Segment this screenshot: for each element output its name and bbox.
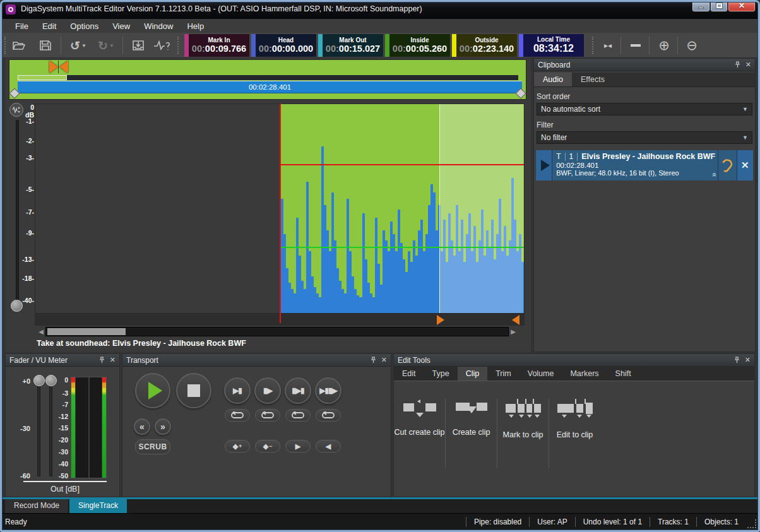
overview-mark-in-icon[interactable] [49,61,58,73]
selection-highlight[interactable] [439,104,523,314]
time-display-inside[interactable]: Inside00:00:05.260 [385,34,450,57]
menu-file[interactable]: File [9,20,35,32]
status-segment-0: Pipe: disabled [466,517,529,527]
pin-icon[interactable] [370,357,376,364]
toolbar-grip[interactable] [592,37,595,54]
edit-tools-tab-markers[interactable]: Markers [562,367,607,381]
menu-view[interactable]: View [106,20,136,32]
next-marker-button[interactable]: ▶ [285,440,311,452]
prev-marker-button[interactable]: ◀ [316,440,341,452]
save-button[interactable] [37,35,54,56]
loop-4-button[interactable] [316,409,341,422]
undo-dropdown-icon[interactable]: ▼ [81,43,86,49]
toolbar-grip[interactable] [4,37,7,54]
mark-to-clip-button[interactable]: Mark to clip [497,399,549,468]
close-panel-icon[interactable]: ✕ [745,356,751,364]
import-take-button[interactable] [129,35,148,56]
play-button[interactable] [135,373,170,408]
overview-range-track[interactable] [18,75,518,80]
create-clip-button[interactable]: Create clip [446,399,497,468]
horizontal-scrollbar[interactable]: ◀ ▶ [37,327,518,336]
entry-play-button[interactable] [536,150,552,180]
overview-visible-range[interactable] [18,75,67,80]
fit-selection-button[interactable]: ▸◂ [598,35,617,56]
minimize-button[interactable] [692,0,710,12]
play-to-mark-button[interactable]: ▶▮ [224,377,251,404]
edit-tools-tab-type[interactable]: Type [424,367,458,381]
pin-icon[interactable] [98,357,105,364]
mark-out-triangle-icon[interactable] [512,315,520,325]
overview-mark-out-icon[interactable] [59,61,68,73]
time-display-local-time[interactable]: Local Time08:34:12 [519,34,584,57]
zoom-out-button[interactable]: ⊖ [682,35,702,56]
filter-dropdown[interactable]: No filter ▼ [537,131,752,144]
edit-tools-tab-trim[interactable]: Trim [487,367,520,381]
open-button[interactable] [10,35,28,56]
time-display-head[interactable]: Head00:00:00.000 [251,34,316,57]
redo-dropdown-icon[interactable]: ▼ [109,43,114,49]
stop-button[interactable] [176,373,211,408]
resize-grip[interactable] [747,519,756,528]
clipboard-tab-audio[interactable]: Audio [534,73,572,86]
close-panel-icon[interactable]: ✕ [381,356,387,364]
menu-options[interactable]: Options [64,20,105,32]
audio-analysis-button[interactable] [151,35,172,56]
close-panel-icon[interactable]: ✕ [110,356,116,364]
time-display-mark-in[interactable]: Mark In00:00:09.766 [184,34,249,57]
edit-tools-tab-volume[interactable]: Volume [520,367,562,381]
loop-1-button[interactable] [225,409,250,422]
menu-edit[interactable]: Edit [36,20,62,32]
maximize-button[interactable] [710,0,728,12]
edit-tools-tab-edit[interactable]: Edit [394,367,424,381]
scrub-button[interactable]: SCRUB [135,439,170,454]
pin-icon[interactable] [733,357,740,364]
skip-forward-button[interactable]: » [155,418,171,435]
scrollbar-track[interactable] [45,327,509,336]
mode-tab-singletrack[interactable]: SingleTrack [69,499,127,513]
play-icon [148,382,162,399]
close-button[interactable]: ✕ [728,0,756,12]
play-around-button[interactable]: ▶▮▮▶ [315,377,341,404]
edit-to-clip-button[interactable]: Edit to clip [549,399,600,468]
clipboard-tab-effects[interactable]: Effects [572,73,614,86]
entry-delete-button[interactable]: ✕ [737,150,753,180]
scroll-right-icon[interactable]: ▶ [509,328,518,335]
redo-button[interactable]: ↻▼ [95,35,117,56]
collapse-chevrons-icon[interactable]: » [710,173,719,177]
time-display-outside[interactable]: Outside00:02:23.140 [452,34,517,57]
fader-left-track[interactable] [37,380,40,476]
cut-create-clip-button[interactable]: Cut create clip [394,399,445,468]
edit-tools-tab-clip[interactable]: Clip [458,367,488,381]
pin-icon[interactable] [734,61,740,68]
take-region[interactable] [281,104,525,314]
remove-marker-button[interactable]: ◆− [255,440,280,452]
overview-duration-bar[interactable]: 00:02:28.401 [18,81,522,93]
menu-help[interactable]: Help [181,20,210,32]
loop-2-button[interactable] [255,409,280,422]
playhead-cursor[interactable] [280,103,281,323]
mark-in-triangle-icon[interactable] [437,315,444,325]
close-panel-icon[interactable]: ✕ [745,61,751,69]
time-display-mark-out[interactable]: Mark Out00:00:15.027 [318,34,383,57]
scroll-left-icon[interactable]: ◀ [37,328,45,335]
toolbar-grip[interactable] [177,37,180,54]
mode-tab-record-mode[interactable]: Record Mode [5,499,68,513]
entry-prelisten-button[interactable] [718,150,737,180]
overview-timeline[interactable]: 00:02:28.401 [9,59,526,100]
add-marker-button[interactable]: ◆+ [225,440,250,452]
edit-tools-tab-shift[interactable]: Shift [607,367,639,381]
menu-window[interactable]: Window [138,20,179,32]
play-between-button[interactable]: ▮▶▮ [285,377,311,404]
scrollbar-thumb[interactable] [47,328,126,335]
clipboard-entry[interactable]: T 1 Elvis Presley - Jailhouse Rock BWF 0… [536,150,753,180]
zoom-in-button[interactable]: ⊕ [654,35,674,56]
fader-right-track[interactable] [49,380,52,476]
sort-order-dropdown[interactable]: No automatic sort ▼ [537,103,752,115]
loop-3-button[interactable] [285,409,311,422]
zoom-fit-button[interactable] [626,35,645,56]
undo-button[interactable]: ↺▼ [67,35,90,56]
skip-back-button[interactable]: « [134,418,150,435]
overview-mark-region[interactable] [49,61,68,73]
fader-left-knob[interactable] [33,375,45,386]
play-from-mark-button[interactable]: ▮▶ [254,377,281,404]
